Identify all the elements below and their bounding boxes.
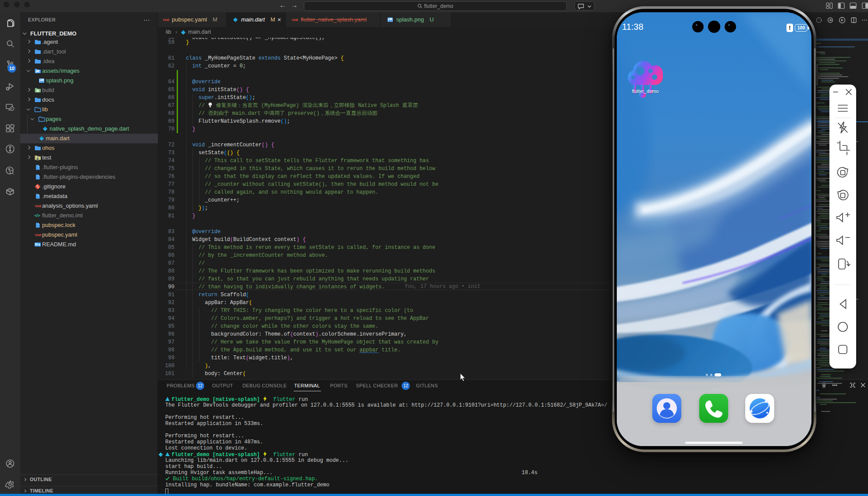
svg-text:YAML: YAML xyxy=(292,18,298,21)
svg-text:YAML: YAML xyxy=(35,205,41,208)
svg-text:YAML: YAML xyxy=(163,18,169,21)
svg-text:</>: </> xyxy=(35,213,40,218)
svg-text:YAML: YAML xyxy=(35,234,41,237)
